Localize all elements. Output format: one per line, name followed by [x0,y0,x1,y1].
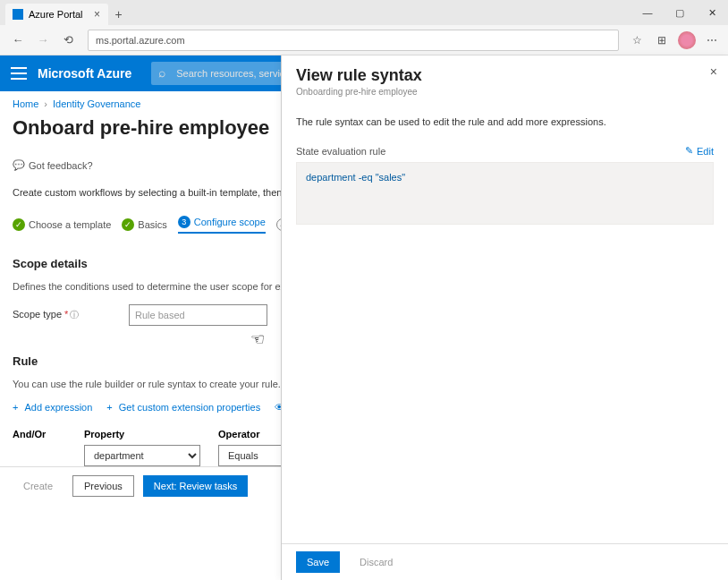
get-extension-button[interactable]: + Get custom extension properties [106,402,260,413]
edit-rule-button[interactable]: Edit [685,145,714,157]
back-button[interactable]: ← [7,30,29,51]
feedback-link[interactable]: Got feedback? [13,159,93,171]
refresh-button[interactable]: ⟲ [57,30,79,51]
window-controls: — ▢ ✕ [631,0,728,25]
extensions-icon[interactable]: ⊞ [653,31,671,49]
scope-type-label: Scope type *ⓘ [13,309,129,321]
eval-label: State evaluation rule [296,146,385,157]
add-expression-button[interactable]: + Add expression [13,402,92,413]
close-window-button[interactable]: ✕ [696,0,728,25]
step-configure-scope[interactable]: 3Configure scope [178,216,266,234]
brand: Microsoft Azure [38,66,131,81]
save-button[interactable]: Save [296,551,340,573]
scope-type-input [129,304,267,326]
maximize-button[interactable]: ▢ [664,0,696,25]
col-andor: And/Or [13,429,75,439]
rule-syntax-panel: × View rule syntax Onboarding pre-hire e… [281,55,728,580]
favicon [13,9,23,20]
panel-description: The rule syntax can be used to edit the … [296,116,714,127]
new-tab-button[interactable]: + [108,4,130,25]
crumb-identity[interactable]: Identity Governance [53,98,140,109]
forward-button[interactable]: → [32,30,54,51]
browser-menu-icon[interactable]: ⋯ [703,31,721,49]
close-tab-icon[interactable]: × [92,9,103,20]
rule-syntax-box: department -eq "sales" [296,162,714,225]
property-select[interactable]: department [84,445,200,466]
minimize-button[interactable]: — [631,0,664,25]
browser-tabstrip: Azure Portal × + — ▢ ✕ [0,0,728,25]
panel-title: View rule syntax [296,66,714,85]
menu-icon[interactable] [11,67,27,80]
browser-avatar[interactable] [678,31,696,49]
create-button: Create [13,475,63,497]
browser-tab[interactable]: Azure Portal × [5,4,108,25]
col-property: Property [84,429,209,439]
discard-button[interactable]: Discard [349,551,403,573]
next-button[interactable]: Next: Review tasks [143,475,249,497]
close-panel-button[interactable]: × [710,64,717,79]
step-template[interactable]: Choose a template [13,218,111,231]
panel-subtitle: Onboarding pre-hire employee [296,87,714,97]
step-basics[interactable]: Basics [122,218,166,231]
info-icon[interactable]: ⓘ [70,310,79,320]
star-icon[interactable]: ☆ [628,31,646,49]
address-bar: ← → ⟲ ☆ ⊞ ⋯ [0,25,728,55]
url-input[interactable] [88,30,619,51]
tab-title: Azure Portal [29,9,83,20]
crumb-home[interactable]: Home [13,98,38,109]
previous-button[interactable]: Previous [72,475,134,497]
